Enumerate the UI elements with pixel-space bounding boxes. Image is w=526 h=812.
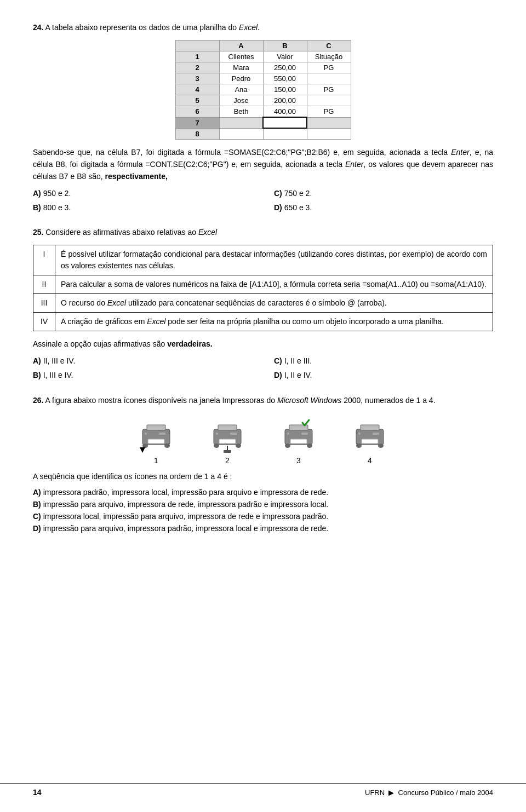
affirmatives-table: I É possível utilizar formatação condici… (33, 245, 493, 331)
question-26: 26. A figura abaixo mostra ícones dispon… (33, 395, 493, 533)
table-row: 1 Clientes Valor Situação (175, 51, 351, 62)
row-num-2: 2 (175, 62, 219, 73)
svg-rect-19 (290, 439, 307, 444)
row-num-4: 4 (175, 84, 219, 95)
table-row: 4 Ana 150,00 PG (175, 84, 351, 95)
q25-option-b: B) I, III e IV. (33, 369, 252, 381)
svg-rect-1 (147, 425, 165, 430)
row-num-8: 8 (175, 128, 219, 139)
printer-icon-1: 1 (137, 417, 175, 465)
row-num-7: 7 (175, 117, 219, 128)
q26-option-c: C) impressora local, impressão para arqu… (33, 512, 493, 521)
cell-a6: Beth (219, 106, 263, 118)
q25-options: A) II, III e IV. C) I, II e III. B) I, I… (33, 355, 493, 382)
table-header-row: A B C (175, 41, 351, 51)
cell-b8 (263, 128, 307, 139)
q26-option-b-key: B) (33, 500, 43, 509)
svg-point-29 (356, 444, 362, 448)
q24-title: 24. A tabela abaixo representa os dados … (33, 22, 493, 33)
svg-rect-2 (148, 439, 164, 444)
printer-icon-4: 4 (351, 417, 389, 465)
q26-option-b: B) impressão para arquivo, impressora de… (33, 500, 493, 509)
roman-ii: II (33, 275, 55, 294)
printer-icon-4-label: 4 (368, 456, 372, 465)
cell-c3 (307, 73, 351, 84)
cell-b2: 250,00 (263, 62, 307, 73)
printer-svg-1 (137, 417, 175, 453)
svg-rect-9 (218, 425, 237, 430)
svg-point-6 (164, 444, 170, 448)
q24-intro: A tabela abaixo representa os dados de u… (45, 23, 237, 32)
cell-c7 (307, 117, 351, 128)
printer-icon-3-label: 3 (296, 456, 301, 465)
q26-sequence-intro: A seqüência que identifica os ícones na … (33, 470, 493, 482)
q26-number: 26. (33, 396, 43, 405)
svg-rect-25 (361, 425, 379, 430)
cell-c8 (307, 128, 351, 139)
q24-number: 24. (33, 23, 43, 32)
cell-a8 (219, 128, 263, 139)
svg-rect-11 (230, 433, 237, 435)
svg-point-14 (236, 444, 241, 448)
q24-option-b: B) 800 e 3. (33, 201, 252, 214)
affirmative-i-text: É possível utilizar formatação condicion… (55, 245, 493, 275)
svg-rect-20 (301, 433, 308, 435)
svg-point-5 (142, 444, 148, 448)
cell-a5: Jose (219, 95, 263, 106)
q26-option-a: A) impressora padrão, impressora local, … (33, 488, 493, 497)
q26-ms-windows-italic: Microsoft Windows (277, 396, 341, 405)
q24-options: A) 950 e 2. C) 750 e 2. B) 800 e 3. D) 6… (33, 187, 493, 214)
svg-point-28 (358, 433, 361, 435)
page-footer: 14 UFRN ▶ Concurso Público / maio 2004 (0, 783, 526, 801)
q24-option-d: D) 650 e 3. (274, 201, 493, 214)
q25-number: 25. (33, 228, 43, 237)
roman-iii: III (33, 294, 55, 313)
cell-a4: Ana (219, 84, 263, 95)
q26-option-c-key: C) (33, 512, 43, 521)
q25-option-a: A) II, III e IV. (33, 355, 252, 367)
footer-org: UFRN (365, 788, 385, 797)
q26-option-a-key: A) (33, 488, 43, 497)
roman-i: I (33, 245, 55, 275)
svg-point-21 (287, 433, 289, 435)
printer-svg-3 (279, 417, 318, 453)
question-25: 25. Considere as afirmativas abaixo rela… (33, 227, 493, 381)
printer-icon-3: 3 (279, 417, 318, 465)
assinale-bold: verdadeiras. (167, 339, 213, 348)
affirmative-iv-text: A criação de gráficos em Excel pode ser … (55, 313, 493, 331)
cell-b5: 200,00 (263, 95, 307, 106)
affirmative-ii-text: Para calcular a soma de valores numérico… (55, 275, 493, 294)
q26-option-c-text: impressora local, impressão para arquivo… (43, 512, 329, 521)
q25-title: 25. Considere as afirmativas abaixo rela… (33, 227, 493, 238)
svg-rect-26 (362, 439, 378, 444)
svg-rect-16 (224, 450, 231, 453)
row-num-5: 5 (175, 95, 219, 106)
q24-body-text1: Sabendo-se que, na célula B7, foi digita… (33, 148, 451, 157)
cell-c4: PG (307, 84, 351, 95)
q24-option-c: C) 750 e 2. (274, 187, 493, 199)
roman-iv: IV (33, 313, 55, 331)
svg-rect-27 (373, 433, 379, 435)
cell-b1: Valor (263, 51, 307, 62)
assinale-text: Assinale a opção cujas afirmativas são v… (33, 338, 493, 350)
svg-point-12 (216, 433, 218, 435)
question-24: 24. A tabela abaixo representa os dados … (33, 22, 493, 214)
printer-svg-4 (351, 417, 389, 453)
q24-body: Sabendo-se que, na célula B7, foi digita… (33, 146, 493, 183)
printer-svg-2 (208, 417, 247, 453)
svg-rect-10 (219, 439, 236, 444)
svg-point-23 (307, 444, 312, 448)
col-header-b: B (263, 41, 307, 51)
cell-b6: 400,00 (263, 106, 307, 118)
page-content: 24. A tabela abaixo representa os dados … (0, 0, 526, 590)
svg-marker-7 (140, 447, 145, 453)
cell-a3: Pedro (219, 73, 263, 84)
q26-option-d-key: D) (33, 524, 43, 533)
table-row: 5 Jose 200,00 (175, 95, 351, 106)
q24-enter2: Enter (345, 160, 363, 169)
printer-icon-2: 2 (208, 417, 247, 465)
table-row-8: 8 (175, 128, 351, 139)
footer-info: UFRN ▶ Concurso Público / maio 2004 (365, 788, 493, 797)
printer-icon-1-label: 1 (154, 456, 158, 465)
q25-intro: Considere as afirmativas abaixo relativa… (45, 228, 198, 237)
